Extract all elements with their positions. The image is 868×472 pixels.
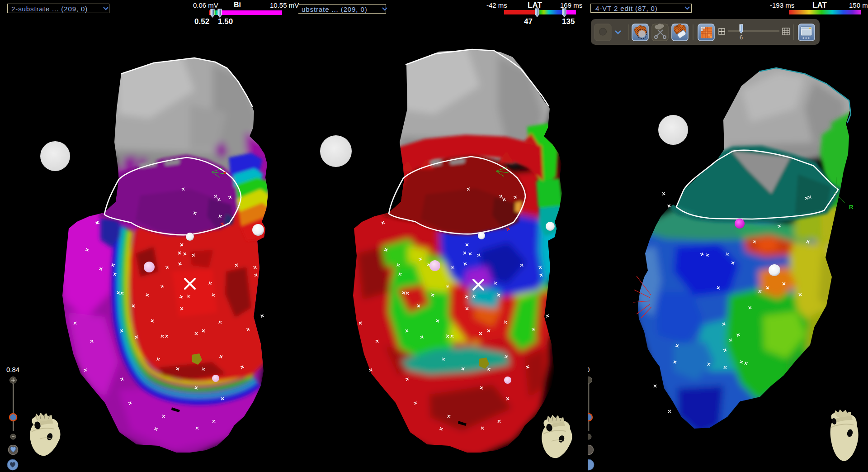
svg-text:6: 6 <box>740 34 743 41</box>
svg-text:R: R <box>849 204 854 210</box>
svg-text:0: 0 <box>588 366 590 373</box>
svg-text:0.84: 0.84 <box>6 366 19 373</box>
